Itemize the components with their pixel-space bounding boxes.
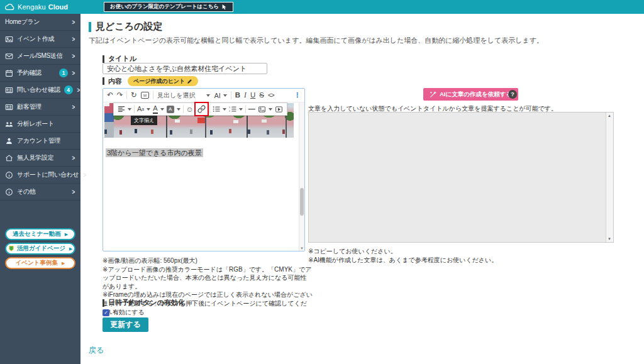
toolbar-divider [153,91,153,99]
ai-generate-button[interactable]: AIに文章の作成を依頼する [423,88,518,101]
caption-selected-text[interactable]: 3階から一望できる市内の夜景 [106,148,203,157]
bold-icon[interactable]: B [235,92,240,99]
editor-scrollbar[interactable]: ▼ [299,102,304,251]
person-icon [5,137,13,145]
chevron-down-icon [223,108,226,113]
usage-guide-button[interactable]: 活用ガイドページ ▶ [5,243,75,255]
background-color-icon[interactable]: A [167,106,174,113]
event-case-studies-button[interactable]: イベント事例集 ▶ [5,257,75,269]
kebab-menu-icon[interactable]: ⋮ [294,91,301,99]
play-icon: ▶ [65,232,68,237]
chevron-right-icon: > [72,36,75,43]
chevron-right-icon: > [72,70,75,77]
heading-select-dropdown[interactable]: 見出しを選択 [157,91,210,100]
toolbar-divider [183,105,184,113]
strikethrough-icon[interactable]: S [259,92,264,99]
event-title-input[interactable] [103,63,267,74]
ai-output-textarea[interactable]: ▲ ▼ [308,112,614,243]
checkbox-checked[interactable]: ✓ [103,309,109,316]
label-accent-bar [103,55,104,63]
content-editor: ↶ ↷ ↻ M 見出しを選択 AI B I U S <> [103,88,305,251]
editor-toolbar-row1: ↶ ↷ ↻ M 見出しを選択 AI B I U S <> [103,89,304,102]
editor-caption[interactable]: 3階から一望できる市内の夜景 [106,148,203,158]
link-icon[interactable] [197,105,206,113]
reserve-label-text: 日時予約ボタンの有効化 [108,298,185,307]
help-icon[interactable]: ? [508,90,517,99]
picture-icon [5,35,13,43]
chevron-down-icon [147,108,150,113]
media-embed-icon[interactable] [275,106,283,113]
underline-icon[interactable]: U [250,92,255,99]
note-line: ※コピーしてお使いください。 [308,247,497,256]
sidebar-item-unmanned-tour-settings[interactable]: 無人見学設定 > [0,150,80,167]
past-seminar-video-button[interactable]: 過去セミナー動画 ▶ [5,228,75,240]
toolbar-divider [209,105,210,113]
redo-icon[interactable]: ↷ [117,92,123,99]
ai-menu-dropdown[interactable]: AI [214,92,226,99]
sidebar-item-label: イベント作成 [17,35,68,43]
top-bar: Kengaku Cloud お使いのプラン限定のテンプレートはこちら [0,0,644,14]
sidebar-item-support-contact[interactable]: サポートに問い合わせ > [0,167,80,184]
chevron-down-icon [239,108,243,113]
plan-template-button[interactable]: お使いのプラン限定のテンプレートはこちら [104,2,233,12]
sidebar-item-mail-sms[interactable]: メール/SMS送信 > [0,48,80,65]
sidebar-item-customer-management[interactable]: 顧客管理 > [0,99,80,116]
code-icon[interactable]: <> [268,92,274,99]
undo-icon[interactable]: ↶ [107,92,113,99]
sidebar-item-account-management[interactable]: アカウント管理 [0,133,80,150]
history-icon[interactable]: ↻ [131,92,137,99]
checkbox-label: 有効にする [113,308,145,317]
pencil-icon [187,79,192,84]
scrollbar-down-arrow[interactable]: ▼ [299,246,304,250]
note-line: ※AI機能が作成した文章は、あくまで参考程度にお使いください。 [308,256,497,265]
title-field-label: タイトル [103,54,136,63]
ai-textarea-scrollbar[interactable]: ▲ ▼ [606,113,613,242]
scrollbar-up-arrow[interactable]: ▲ [606,114,613,118]
sidebar-item-label: アカウント管理 [17,136,75,145]
chevron-right-icon: > [83,172,86,179]
notification-badge: 1 [59,69,68,77]
text-color-icon[interactable]: A [153,105,157,114]
page-creation-hint-badge[interactable]: ページ作成のヒント [128,76,198,86]
align-icon[interactable] [118,106,125,113]
insert-image-icon[interactable] [258,106,266,113]
enable-checkbox-row[interactable]: ✓ 有効にする [103,308,145,317]
chevron-down-icon [160,108,164,113]
numbered-list-icon[interactable]: 12 [229,106,236,113]
sidebar-item-analytics-report[interactable]: 分析レポート [0,116,80,133]
page-description: 下記はイベントページの表示可能な横幅と同じ幅で表示しています。編集画面にて画像が… [89,36,543,45]
sidebar-item-label: Homeプラン [5,18,68,26]
image-signs [104,103,109,106]
chevron-down-icon [128,108,131,113]
image-crowd [104,130,107,134]
image-poles [166,114,167,138]
ai-panel: AIに文章の作成を依頼する ? 文章を入力していない状態でもイベントタイトルから… [308,88,614,270]
sidebar-item-label: 分析レポート [17,119,75,128]
heading-select-label: 見出しを選択 [157,91,195,100]
chevron-right-icon: > [72,53,75,60]
content-field-row: 内容 ページ作成のヒント [103,76,198,86]
back-link[interactable]: 戻る [89,345,104,356]
chevron-right-icon: > [72,19,75,26]
horizontal-rule-icon[interactable]: — [248,106,255,113]
update-button[interactable]: 更新する [103,317,148,332]
frame-icon[interactable]: M [141,92,149,99]
sidebar-item-home-plan[interactable]: Homeプラン > [0,14,80,31]
emoji-icon[interactable]: ☺ [186,106,194,113]
beginner-mark-icon [8,245,14,252]
brand-logo[interactable]: Kengaku Cloud [4,0,68,14]
sidebar-item-label: 問い合わせ確認 [17,85,60,94]
sidebar-item-reservation-check[interactable]: 予約確認 1 > [0,65,80,82]
content-label-text: 内容 [108,77,122,86]
sidebar-item-others[interactable]: その他 > [0,184,80,201]
bullet-list-icon[interactable] [213,106,220,113]
scrollbar-down-arrow[interactable]: ▼ [606,237,613,241]
italic-icon[interactable]: I [244,92,247,99]
promo-label: 過去セミナー動画 [13,230,61,238]
font-size-icon[interactable]: Aa [137,106,144,113]
page-title: 見どころの設定 [96,21,162,33]
info-icon [5,171,13,179]
sidebar-item-event-create[interactable]: イベント作成 > [0,31,80,48]
sidebar-item-inquiry-check[interactable]: 問い合わせ確認 4 > [0,82,80,99]
scrollbar-thumb[interactable] [300,188,304,216]
